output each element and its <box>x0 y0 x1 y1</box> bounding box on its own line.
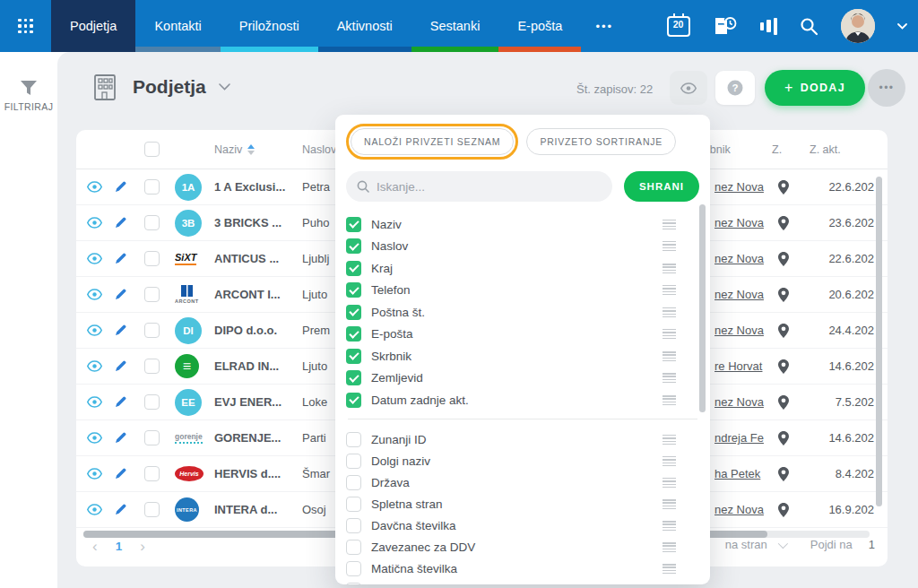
row-checkbox[interactable] <box>144 215 160 230</box>
row-checkbox[interactable] <box>144 179 160 195</box>
user-avatar[interactable] <box>841 9 875 43</box>
row-checkbox[interactable] <box>144 323 160 338</box>
owner-link[interactable]: nez Nova <box>714 395 764 409</box>
drag-handle-icon[interactable] <box>663 264 676 273</box>
owner-link[interactable]: nez Nova <box>714 503 764 516</box>
column-checkbox[interactable] <box>346 454 361 469</box>
owner-link[interactable]: nez Nova <box>714 216 764 229</box>
map-pin-icon[interactable] <box>778 395 789 410</box>
nav-more-button[interactable]: ••• <box>581 0 628 52</box>
edit-icon[interactable] <box>115 181 126 193</box>
drag-handle-icon[interactable] <box>663 285 676 295</box>
drag-handle-icon[interactable] <box>663 373 676 383</box>
edit-icon[interactable] <box>115 217 126 229</box>
edit-icon[interactable] <box>115 504 126 515</box>
column-checkbox[interactable] <box>346 561 361 576</box>
company-name-link[interactable]: 3 BRICKS ... <box>214 216 302 229</box>
title-dropdown-icon[interactable] <box>219 83 230 91</box>
row-checkbox[interactable] <box>144 466 160 481</box>
tab-eposta[interactable]: E-pošta <box>498 0 581 52</box>
edit-icon[interactable] <box>115 360 126 372</box>
tab-aktivnosti[interactable]: Aktivnosti <box>318 0 411 52</box>
view-icon[interactable] <box>87 324 102 336</box>
goto-page-input[interactable]: 1 <box>869 538 875 551</box>
view-icon[interactable] <box>87 396 102 408</box>
company-name-link[interactable]: HERVIS d.... <box>214 467 302 480</box>
per-page-label[interactable]: na stran <box>725 538 767 551</box>
edit-icon[interactable] <box>115 289 126 300</box>
column-checkbox[interactable] <box>346 393 361 408</box>
map-pin-icon[interactable] <box>778 288 789 302</box>
drag-handle-icon[interactable] <box>663 456 676 466</box>
column-checkbox[interactable] <box>346 475 361 490</box>
company-name-link[interactable]: ANTICUS ... <box>214 252 302 265</box>
drag-handle-icon[interactable] <box>663 499 676 509</box>
owner-link[interactable]: nez Nova <box>714 324 764 337</box>
column-checkbox[interactable] <box>346 540 361 555</box>
drag-handle-icon[interactable] <box>663 220 676 229</box>
column-header-zakt[interactable]: Z. akt. <box>799 143 881 156</box>
drag-handle-icon[interactable] <box>663 564 676 574</box>
column-checkbox[interactable] <box>346 370 361 385</box>
search-input[interactable] <box>377 180 602 194</box>
owner-link[interactable]: ha Petek <box>714 467 760 480</box>
sort-icon[interactable] <box>247 144 255 155</box>
filter-button[interactable]: FILTRIRAJ <box>0 81 57 112</box>
vertical-scrollbar[interactable] <box>876 177 882 506</box>
load-default-list-button[interactable]: NALOŽI PRIVZETI SEZNAM <box>351 128 514 155</box>
column-checkbox[interactable] <box>346 349 361 364</box>
column-checkbox[interactable] <box>346 497 361 512</box>
save-button[interactable]: SHRANI <box>624 171 699 202</box>
view-icon[interactable] <box>87 504 102 515</box>
view-icon[interactable] <box>87 181 102 193</box>
edit-icon[interactable] <box>115 396 126 408</box>
map-pin-icon[interactable] <box>778 467 789 481</box>
drag-handle-icon[interactable] <box>663 521 676 531</box>
map-pin-icon[interactable] <box>778 324 789 338</box>
owner-link[interactable]: nez Nova <box>714 252 764 265</box>
add-button[interactable]: + DODAJ <box>765 70 865 106</box>
map-pin-icon[interactable] <box>778 252 789 266</box>
view-toggle-button[interactable] <box>670 71 707 105</box>
column-header-z[interactable]: Z. <box>768 143 799 156</box>
view-icon[interactable] <box>87 253 102 264</box>
per-page-dropdown-icon[interactable] <box>778 538 788 548</box>
prev-page-button[interactable]: ‹ <box>92 539 98 554</box>
drag-handle-icon[interactable] <box>663 478 676 488</box>
map-pin-icon[interactable] <box>778 216 789 230</box>
tab-podjetja[interactable]: Podjetja <box>51 0 135 52</box>
column-checkbox[interactable] <box>346 583 361 584</box>
recent-records-icon[interactable] <box>713 15 738 37</box>
row-checkbox[interactable] <box>144 251 160 266</box>
view-icon[interactable] <box>87 360 102 372</box>
company-name-link[interactable]: INTERA d... <box>214 503 302 516</box>
drag-handle-icon[interactable] <box>663 395 676 405</box>
row-checkbox[interactable] <box>144 394 160 410</box>
tab-kontakti[interactable]: Kontakti <box>135 0 220 52</box>
row-checkbox[interactable] <box>144 430 160 445</box>
calendar-icon[interactable]: 20 <box>667 16 690 37</box>
map-pin-icon[interactable] <box>778 359 789 374</box>
owner-link[interactable]: ndreja Fe <box>714 431 764 445</box>
company-name-link[interactable]: 1 A Exclusi... <box>214 180 302 194</box>
popup-scrollbar[interactable] <box>699 204 706 412</box>
owner-link[interactable]: nez Nova <box>714 180 764 194</box>
chevron-down-icon[interactable] <box>897 23 907 30</box>
page-more-button[interactable]: ••• <box>868 69 905 107</box>
owner-link[interactable]: nez Nova <box>714 288 764 301</box>
company-name-link[interactable]: DIPO d.o.o. <box>214 324 302 337</box>
app-launcher-icon[interactable] <box>0 0 51 52</box>
drag-handle-icon[interactable] <box>663 351 676 361</box>
view-icon[interactable] <box>87 289 102 300</box>
tab-sestanki[interactable]: Sestanki <box>411 0 499 52</box>
default-sorting-button[interactable]: PRIVZETO SORTIRANJE <box>526 128 676 155</box>
column-checkbox[interactable] <box>346 282 361 298</box>
help-button[interactable]: ? <box>715 71 755 105</box>
search-box[interactable] <box>346 171 612 202</box>
column-checkbox[interactable] <box>346 238 361 254</box>
map-pin-icon[interactable] <box>778 503 789 517</box>
column-checkbox[interactable] <box>346 217 361 232</box>
statistics-icon[interactable] <box>760 18 778 35</box>
edit-icon[interactable] <box>115 253 126 264</box>
edit-icon[interactable] <box>115 432 126 444</box>
